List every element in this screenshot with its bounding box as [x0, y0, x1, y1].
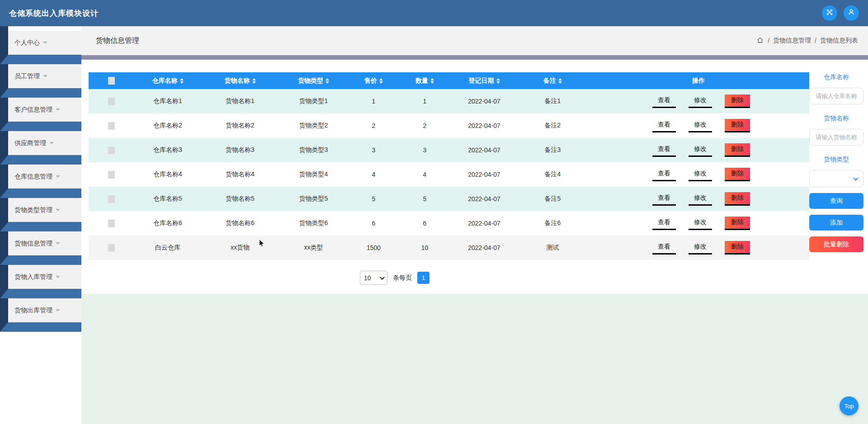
back-to-top-button[interactable]: Top: [840, 396, 859, 415]
chevron-down-icon: [43, 42, 47, 44]
column-header[interactable]: 备注: [518, 72, 588, 89]
row-checkbox[interactable]: [108, 195, 115, 203]
column-header-label: 仓库名称: [152, 77, 178, 84]
view-button[interactable]: 查看: [652, 119, 676, 132]
page-number-button[interactable]: 1: [417, 272, 429, 284]
row-checkbox[interactable]: [108, 98, 115, 105]
sort-icon[interactable]: [379, 78, 383, 84]
column-header[interactable]: 售价: [349, 72, 399, 89]
row-checkbox[interactable]: [108, 122, 115, 130]
sidebar-item[interactable]: 货物信息管理: [8, 231, 81, 255]
sidebar-item[interactable]: 货物出库管理: [8, 298, 81, 322]
edit-button[interactable]: 修改: [689, 241, 712, 254]
cell-note: 备注3: [518, 138, 588, 162]
column-header[interactable]: 仓库名称: [134, 72, 202, 89]
sort-icon[interactable]: [180, 78, 184, 84]
column-header[interactable]: 操作: [588, 72, 809, 89]
sidebar-item-label: 货物出库管理: [14, 306, 52, 315]
sidebar-item[interactable]: 客户信息管理: [8, 98, 81, 122]
view-button[interactable]: 查看: [652, 193, 676, 206]
cell-goods: 货物名称2: [202, 113, 278, 138]
view-button[interactable]: 查看: [652, 168, 676, 181]
chevron-down-icon: [56, 209, 60, 211]
cell-qty: 6: [399, 211, 451, 236]
delete-button[interactable]: 删除: [725, 168, 750, 181]
sidebar-item[interactable]: 货物入库管理: [8, 265, 81, 289]
edit-button[interactable]: 修改: [689, 144, 712, 157]
view-button[interactable]: 查看: [652, 95, 676, 108]
sort-icon[interactable]: [252, 78, 256, 84]
sidebar-item[interactable]: 仓库信息管理: [8, 165, 81, 188]
sort-icon[interactable]: [326, 78, 329, 84]
chevron-down-icon: [853, 175, 858, 180]
sidebar-item[interactable]: 货物类型管理: [8, 198, 81, 222]
horizontal-scrollbar[interactable]: [81, 55, 868, 60]
delete-button[interactable]: 删除: [725, 241, 750, 254]
warehouse-name-input[interactable]: [809, 88, 863, 104]
sidebar-item[interactable]: 供应商管理: [8, 131, 81, 155]
sidebar-divider-band: [0, 155, 81, 165]
add-button[interactable]: 添加: [809, 215, 863, 231]
table-row[interactable]: 仓库名称5 货物名称5 货物类型5 5 5 2022-04-07 备注5 查看 …: [89, 187, 809, 211]
cell-price: 1500: [349, 236, 399, 260]
row-checkbox[interactable]: [108, 244, 115, 252]
table-row[interactable]: 仓库名称2 货物名称2 货物类型2 2 2 2022-04-07 备注2 查看 …: [89, 113, 809, 138]
delete-button[interactable]: 删除: [725, 119, 750, 132]
sidebar-divider-band: [0, 88, 81, 98]
cell-type: 货物类型3: [278, 138, 349, 162]
select-all-header[interactable]: [89, 72, 134, 89]
cell-goods: xx货物: [202, 236, 278, 260]
cell-date: 2022-04-07: [451, 89, 518, 113]
cell-note: 备注4: [518, 162, 588, 187]
select-all-checkbox[interactable]: [108, 77, 115, 85]
view-button[interactable]: 查看: [652, 144, 676, 157]
cell-qty: 2: [399, 113, 451, 138]
chevron-down-icon: [56, 309, 60, 311]
goods-name-input[interactable]: [809, 129, 863, 146]
search-button[interactable]: 查询: [809, 193, 863, 209]
page-size-select[interactable]: 10: [360, 271, 387, 285]
table-row[interactable]: 仓库名称1 货物名称1 货物类型1 1 1 2022-04-07 备注1 查看 …: [89, 89, 809, 113]
row-checkbox[interactable]: [108, 146, 115, 154]
cell-warehouse: 仓库名称6: [134, 211, 202, 236]
edit-button[interactable]: 修改: [689, 217, 712, 230]
home-icon[interactable]: [756, 37, 764, 45]
sort-icon[interactable]: [496, 78, 500, 84]
breadcrumb: / 货物信息管理 / 货物信息列表: [756, 37, 858, 45]
batch-delete-button[interactable]: 批量删除: [809, 236, 863, 252]
view-button[interactable]: 查看: [652, 217, 676, 230]
column-header-label: 货物类型: [298, 77, 323, 84]
sort-icon[interactable]: [558, 78, 562, 84]
page-background: [81, 294, 868, 424]
column-header[interactable]: 登记日期: [451, 72, 518, 89]
goods-type-select[interactable]: [809, 170, 863, 187]
edit-button[interactable]: 修改: [689, 119, 712, 132]
edit-button[interactable]: 修改: [689, 193, 712, 206]
column-header-label: 登记日期: [469, 77, 494, 84]
cell-note: 测试: [518, 236, 588, 260]
row-checkbox[interactable]: [108, 171, 115, 179]
column-header[interactable]: 货物类型: [278, 72, 349, 89]
table-row[interactable]: 仓库名称4 货物名称4 货物类型4 4 4 2022-04-07 备注4 查看 …: [89, 162, 809, 187]
sidebar-item[interactable]: 个人中心: [8, 31, 81, 55]
edit-button[interactable]: 修改: [689, 168, 712, 181]
view-button[interactable]: 查看: [652, 241, 676, 254]
table-row[interactable]: 白云仓库 xx货物 xx类型 1500 10 2022-04-07 测试 查看 …: [89, 236, 809, 260]
delete-button[interactable]: 删除: [725, 192, 750, 206]
delete-button[interactable]: 删除: [725, 217, 750, 230]
table-row[interactable]: 仓库名称3 货物名称3 货物类型3 3 3 2022-04-07 备注3 查看 …: [89, 138, 809, 162]
breadcrumb-item[interactable]: 货物信息管理: [773, 37, 811, 45]
fullscreen-button[interactable]: [822, 5, 837, 21]
cell-price: 2: [349, 113, 399, 138]
table-row[interactable]: 仓库名称6 货物名称6 货物类型6 6 6 2022-04-07 备注6 查看 …: [89, 211, 809, 236]
cell-date: 2022-04-07: [451, 113, 518, 138]
sort-icon[interactable]: [430, 78, 434, 84]
edit-button[interactable]: 修改: [689, 95, 712, 108]
delete-button[interactable]: 删除: [725, 143, 750, 157]
sidebar-item[interactable]: 员工管理: [8, 64, 81, 88]
delete-button[interactable]: 删除: [725, 94, 750, 108]
user-button[interactable]: [844, 5, 859, 21]
column-header[interactable]: 货物名称: [202, 72, 278, 89]
row-checkbox[interactable]: [108, 220, 115, 227]
column-header[interactable]: 数量: [399, 72, 451, 89]
